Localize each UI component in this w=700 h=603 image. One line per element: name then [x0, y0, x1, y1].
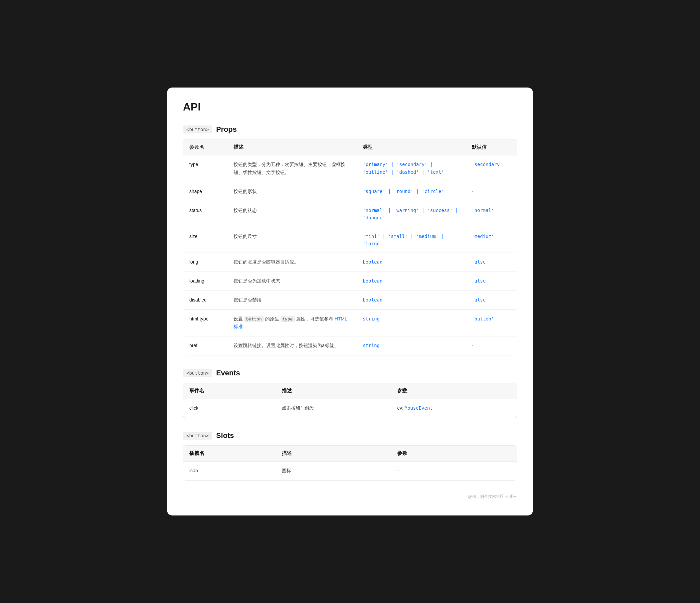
- col-header-slot-params: 参数: [391, 445, 517, 462]
- param-name: status: [183, 201, 228, 227]
- col-header-event-desc: 描述: [276, 383, 391, 399]
- events-table-wrapper: 事件名 描述 参数 click 点击按钮时触发 ev: MouseEvent: [183, 383, 517, 418]
- param-name: type: [183, 155, 228, 183]
- table-row: icon 图标 -: [183, 461, 517, 480]
- col-header-slot-name: 插槽名: [183, 445, 276, 462]
- param-type: 'mini' | 'small' | 'medium' | 'large': [357, 227, 466, 253]
- events-table-header-row: 事件名 描述 参数: [183, 383, 517, 399]
- param-default: 'button': [466, 310, 517, 336]
- events-section: <button> Events 事件名 描述 参数 click 点击按钮时触发: [183, 369, 517, 418]
- col-header-event-params: 参数: [391, 383, 517, 399]
- col-header-name: 参数名: [183, 140, 228, 155]
- param-name: size: [183, 227, 228, 253]
- props-tag: <button>: [183, 125, 212, 134]
- col-header-type: 类型: [357, 140, 466, 155]
- slots-table-header-row: 插槽名 描述 参数: [183, 445, 517, 462]
- table-row: type 按钮的类型，分为五种：次要按钮、主要按钮、虚框按钮、线性按钮、文字按钮…: [183, 155, 517, 183]
- col-header-default: 默认值: [466, 140, 517, 155]
- slots-section: <button> Slots 插槽名 描述 参数 icon 图标: [183, 431, 517, 481]
- slot-params: -: [391, 461, 517, 480]
- table-row: shape 按钮的形状 'square' | 'round' | 'circle…: [183, 182, 517, 201]
- param-default: 'secondary': [466, 155, 517, 183]
- slots-section-header: <button> Slots: [183, 431, 517, 440]
- event-name: click: [183, 399, 276, 418]
- param-default: 'normal': [466, 201, 517, 227]
- param-desc: 按钮是否为加载中状态: [228, 272, 357, 291]
- param-type: boolean: [357, 272, 466, 291]
- param-type: boolean: [357, 291, 466, 310]
- param-type: string: [357, 310, 466, 336]
- table-row: html-type 设置 button 的原生 type 属性，可选值参考 HT…: [183, 310, 517, 336]
- param-type: 'primary' | 'secondary' | 'outline' | 'd…: [357, 155, 466, 183]
- watermark: @稀土掘金技术社区 亿速云: [183, 494, 517, 500]
- props-section-header: <button> Props: [183, 125, 517, 134]
- slots-title: Slots: [216, 431, 234, 440]
- main-card: API <button> Props 参数名 描述 类型 默认值: [167, 88, 533, 515]
- table-row: loading 按钮是否为加载中状态 boolean false: [183, 272, 517, 291]
- props-table: 参数名 描述 类型 默认值 type 按钮的类型，分为五种：次要按钮、主要按钮、…: [183, 140, 517, 355]
- col-header-slot-desc: 描述: [276, 445, 391, 462]
- col-header-desc: 描述: [228, 140, 357, 155]
- events-section-header: <button> Events: [183, 369, 517, 377]
- events-title: Events: [216, 369, 240, 377]
- param-name: loading: [183, 272, 228, 291]
- param-default: -: [466, 182, 517, 201]
- events-table: 事件名 描述 参数 click 点击按钮时触发 ev: MouseEvent: [183, 383, 517, 418]
- slot-desc: 图标: [276, 461, 391, 480]
- param-name: disabled: [183, 291, 228, 310]
- col-header-event-name: 事件名: [183, 383, 276, 399]
- table-row: size 按钮的尺寸 'mini' | 'small' | 'medium' |…: [183, 227, 517, 253]
- param-type: 'square' | 'round' | 'circle': [357, 182, 466, 201]
- param-default: false: [466, 272, 517, 291]
- events-tag: <button>: [183, 369, 212, 377]
- event-params: ev: MouseEvent: [391, 399, 517, 418]
- param-desc: 按钮是否禁用: [228, 291, 357, 310]
- table-row: disabled 按钮是否禁用 boolean false: [183, 291, 517, 310]
- props-title: Props: [216, 125, 236, 134]
- slot-name: icon: [183, 461, 276, 480]
- param-default: false: [466, 291, 517, 310]
- table-row: href 设置跳转链接。设置此属性时，按钮渲染为a标签。 string -: [183, 336, 517, 355]
- param-desc: 设置跳转链接。设置此属性时，按钮渲染为a标签。: [228, 336, 357, 355]
- props-section: <button> Props 参数名 描述 类型 默认值 type: [183, 125, 517, 355]
- param-desc: 按钮的宽度是否随容器自适应。: [228, 253, 357, 272]
- param-desc: 按钮的类型，分为五种：次要按钮、主要按钮、虚框按钮、线性按钮、文字按钮。: [228, 155, 357, 183]
- param-name: html-type: [183, 310, 228, 336]
- table-row: long 按钮的宽度是否随容器自适应。 boolean false: [183, 253, 517, 272]
- slots-table: 插槽名 描述 参数 icon 图标 -: [183, 445, 517, 480]
- slots-tag: <button>: [183, 432, 212, 440]
- page-title: API: [183, 101, 517, 113]
- param-desc: 按钮的尺寸: [228, 227, 357, 253]
- param-type: 'normal' | 'warning' | 'success' | 'dang…: [357, 201, 466, 227]
- param-type: boolean: [357, 253, 466, 272]
- props-table-header-row: 参数名 描述 类型 默认值: [183, 140, 517, 155]
- param-desc: 按钮的形状: [228, 182, 357, 201]
- param-desc: 设置 button 的原生 type 属性，可选值参考 HTML标准: [228, 310, 357, 336]
- table-row: status 按钮的状态 'normal' | 'warning' | 'suc…: [183, 201, 517, 227]
- event-desc: 点击按钮时触发: [276, 399, 391, 418]
- slots-table-wrapper: 插槽名 描述 参数 icon 图标 -: [183, 445, 517, 481]
- param-type: string: [357, 336, 466, 355]
- param-name: long: [183, 253, 228, 272]
- param-default: 'medium': [466, 227, 517, 253]
- param-default: false: [466, 253, 517, 272]
- param-name: shape: [183, 182, 228, 201]
- param-name: href: [183, 336, 228, 355]
- param-desc: 按钮的状态: [228, 201, 357, 227]
- param-default: -: [466, 336, 517, 355]
- props-table-wrapper: 参数名 描述 类型 默认值 type 按钮的类型，分为五种：次要按钮、主要按钮、…: [183, 139, 517, 355]
- table-row: click 点击按钮时触发 ev: MouseEvent: [183, 399, 517, 418]
